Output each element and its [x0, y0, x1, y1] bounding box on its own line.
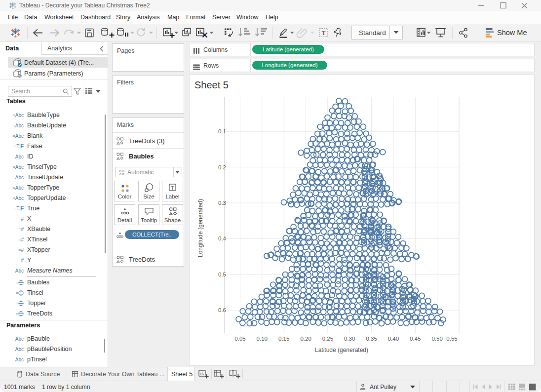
svg-text:0.1: 0.1	[218, 128, 226, 134]
svg-text:Standard: Standard	[359, 29, 386, 37]
svg-text:Show Me: Show Me	[497, 29, 527, 37]
svg-text:0.15: 0.15	[278, 336, 289, 342]
svg-text:0.2: 0.2	[218, 164, 226, 170]
svg-text:0.6: 0.6	[218, 307, 226, 313]
svg-text:Latitude (generated): Latitude (generated)	[315, 347, 368, 353]
svg-text:0.30: 0.30	[344, 336, 355, 342]
svg-text:0.50: 0.50	[432, 336, 443, 342]
svg-text:0.45: 0.45	[410, 336, 421, 342]
svg-text:0.3: 0.3	[218, 200, 226, 206]
svg-text:0.4: 0.4	[218, 235, 227, 241]
svg-text:T: T	[322, 30, 326, 37]
svg-text:0.10: 0.10	[257, 336, 268, 342]
svg-text:0.25: 0.25	[322, 336, 333, 342]
svg-text:0.20: 0.20	[300, 336, 311, 342]
svg-text:0.5: 0.5	[218, 272, 226, 277]
svg-text:0.55: 0.55	[446, 336, 457, 342]
svg-text:0.35: 0.35	[366, 336, 377, 342]
svg-text:0.05: 0.05	[234, 336, 245, 342]
svg-text:T: T	[171, 185, 174, 191]
svg-text:0.40: 0.40	[388, 336, 399, 342]
svg-text:Longitude (generated): Longitude (generated)	[197, 199, 204, 257]
